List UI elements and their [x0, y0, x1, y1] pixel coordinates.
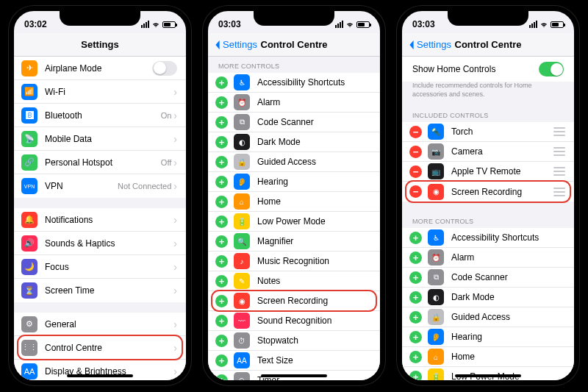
settings-row[interactable]: 📡Mobile Data›	[14, 127, 186, 151]
chevron-right-icon: ›	[173, 261, 177, 273]
control-row[interactable]: +🔒Guided Access	[402, 307, 574, 327]
control-row[interactable]: +AAText Size	[208, 351, 380, 371]
control-label: Home	[257, 196, 371, 207]
controls-list[interactable]: Show Home Controls Include recommended c…	[402, 57, 574, 380]
chevron-right-icon: ›	[173, 86, 177, 98]
add-button[interactable]: +	[215, 315, 228, 327]
remove-button[interactable]: −	[409, 165, 422, 178]
reorder-handle[interactable]	[553, 127, 565, 136]
add-button[interactable]: +	[215, 235, 228, 248]
controls-list[interactable]: MORE CONTROLS +♿︎Accessibility Shortcuts…	[208, 57, 380, 380]
add-button[interactable]: +	[215, 156, 228, 168]
add-button[interactable]: +	[215, 255, 228, 268]
settings-list[interactable]: ✈︎Airplane Mode📶Wi-Fi›🅱BluetoothOn›📡Mobi…	[14, 57, 186, 380]
control-row[interactable]: −🔦Torch	[402, 122, 574, 142]
show-home-controls-switch[interactable]	[539, 62, 564, 76]
add-button[interactable]: +	[215, 176, 228, 188]
add-button[interactable]: +	[215, 136, 228, 149]
remove-button[interactable]: −	[409, 146, 422, 158]
control-row[interactable]: +⧉Code Scanner	[208, 113, 380, 132]
control-icon: ♪	[234, 253, 250, 269]
add-button[interactable]: +	[215, 96, 228, 109]
add-button[interactable]: +	[215, 215, 228, 228]
add-button[interactable]: +	[215, 374, 228, 381]
add-button[interactable]: +	[409, 371, 422, 380]
reorder-handle[interactable]	[553, 167, 565, 176]
app-icon: VPN	[21, 178, 37, 194]
add-button[interactable]: +	[409, 351, 422, 363]
add-button[interactable]: +	[215, 295, 228, 307]
control-label: Screen Recording	[257, 296, 371, 306]
control-row[interactable]: +👂Hearing	[402, 327, 574, 347]
control-row[interactable]: +◐Dark Mode	[208, 132, 380, 152]
settings-row[interactable]: 🅱BluetoothOn›	[14, 104, 186, 127]
control-row[interactable]: −📺Apple TV Remote	[402, 162, 574, 182]
back-button[interactable]: Settings	[408, 39, 451, 50]
add-button[interactable]: +	[215, 116, 228, 129]
settings-row[interactable]: ✈︎Airplane Mode	[14, 57, 186, 80]
control-row[interactable]: +⌂Home	[208, 192, 380, 212]
show-home-controls-row: Show Home Controls	[402, 57, 574, 82]
wifi-icon	[345, 20, 354, 29]
add-button[interactable]: +	[409, 311, 422, 324]
add-button[interactable]: +	[215, 275, 228, 288]
reorder-handle[interactable]	[553, 188, 565, 196]
control-row[interactable]: +🔒Guided Access	[208, 152, 380, 172]
control-row[interactable]: +〰︎Sound Recognition	[208, 311, 380, 331]
chevron-right-icon: ›	[173, 157, 177, 168]
settings-row[interactable]: ⋮⋮Control Centre›	[14, 336, 186, 360]
page-title: Control Centre	[261, 39, 328, 50]
settings-row[interactable]: ⏳Screen Time›	[14, 279, 186, 302]
home-indicator[interactable]	[455, 374, 521, 377]
control-row[interactable]: +🔍Magnifier	[208, 232, 380, 252]
control-row[interactable]: +🔋Low Power Mode	[208, 212, 380, 232]
remove-button[interactable]: −	[409, 126, 422, 138]
control-row[interactable]: +◉Screen Recording	[208, 291, 380, 311]
add-button[interactable]: +	[215, 335, 228, 347]
settings-row[interactable]: 🌙Focus›	[14, 255, 186, 279]
add-button[interactable]: +	[409, 232, 422, 244]
add-button[interactable]: +	[409, 271, 422, 284]
add-button[interactable]: +	[215, 354, 228, 367]
app-icon: ✈︎	[21, 60, 37, 76]
app-icon: 🔗	[21, 154, 37, 171]
control-row[interactable]: +⧉Code Scanner	[402, 268, 574, 288]
settings-row[interactable]: 📶Wi-Fi›	[14, 80, 186, 104]
control-row[interactable]: +⌂Home	[402, 347, 574, 367]
settings-row[interactable]: 🔔Notifications›	[14, 208, 186, 232]
add-button[interactable]: +	[215, 196, 228, 208]
reorder-handle[interactable]	[553, 147, 565, 156]
status-indicators	[529, 20, 564, 29]
control-row[interactable]: +⏱Stopwatch	[208, 331, 380, 351]
add-button[interactable]: +	[409, 252, 422, 264]
control-row[interactable]: +♪Music Recognition	[208, 252, 380, 271]
control-row[interactable]: −📷Camera	[402, 142, 574, 162]
home-indicator[interactable]	[67, 374, 133, 377]
settings-row[interactable]: VPNVPNNot Connected›	[14, 174, 186, 198]
control-row[interactable]: +⏰Alarm	[208, 93, 380, 113]
nav-bar: Settings Control Centre	[402, 33, 574, 57]
control-row[interactable]: +⏰Alarm	[402, 248, 574, 268]
control-icon: 👂	[234, 174, 250, 190]
add-button[interactable]: +	[409, 291, 422, 304]
toggle-switch[interactable]	[152, 61, 177, 76]
control-label: Music Recognition	[257, 256, 371, 266]
page-title: Settings	[81, 39, 118, 50]
back-button[interactable]: Settings	[214, 39, 257, 50]
control-row[interactable]: +👂Hearing	[208, 172, 380, 192]
add-button[interactable]: +	[409, 331, 422, 343]
settings-row[interactable]: 🔗Personal HotspotOff›	[14, 151, 186, 174]
settings-row[interactable]: 🔊Sounds & Haptics›	[14, 232, 186, 255]
control-row[interactable]: +♿︎Accessibility Shortcuts	[402, 228, 574, 248]
control-row[interactable]: +◐Dark Mode	[402, 288, 574, 307]
control-icon: ♿︎	[428, 229, 444, 246]
remove-button[interactable]: −	[409, 185, 422, 198]
control-row[interactable]: +✎Notes	[208, 271, 380, 291]
control-row[interactable]: −◉Screen Recording	[402, 182, 574, 202]
signal-icon	[335, 21, 343, 28]
control-row[interactable]: +♿︎Accessibility Shortcuts	[208, 73, 380, 93]
chevron-right-icon: ›	[173, 133, 177, 145]
add-button[interactable]: +	[215, 76, 228, 89]
settings-row[interactable]: ⚙︎General›	[14, 313, 186, 336]
home-indicator[interactable]	[261, 374, 327, 377]
